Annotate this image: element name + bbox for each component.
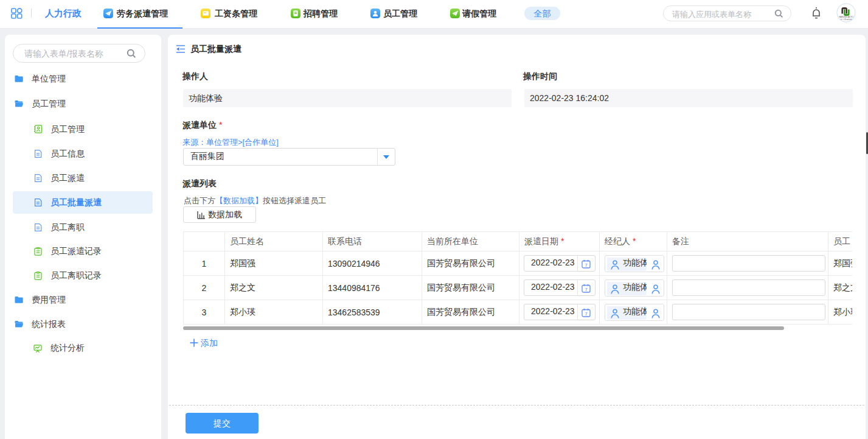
svg-text:7: 7 (585, 311, 587, 317)
svg-text:7: 7 (585, 287, 587, 292)
svg-text:分等资源科技: 分等资源科技 (840, 18, 852, 21)
svg-text:7: 7 (585, 262, 587, 268)
